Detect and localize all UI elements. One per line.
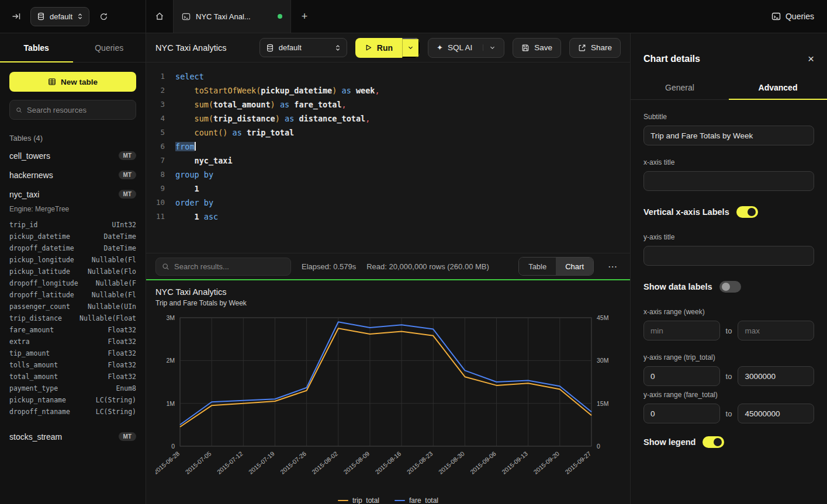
run-button[interactable]: Run <box>355 38 402 58</box>
sidebar-search <box>9 100 136 120</box>
column-row[interactable]: trip_distanceNullable(Float <box>9 312 136 324</box>
column-row[interactable]: pickup_longitudeNullable(Fl <box>9 254 136 266</box>
y-axis-fare-min-input[interactable] <box>643 404 720 423</box>
panel-tab-advanced[interactable]: Advanced <box>729 76 827 99</box>
legend-item-fare_total[interactable]: fare_total <box>395 496 438 504</box>
subtitle-input[interactable] <box>643 126 814 145</box>
editor-line[interactable]: 5 count() as trip_total <box>146 126 630 140</box>
x-axis-max-input[interactable] <box>738 321 814 340</box>
queries-button[interactable]: Queries <box>771 12 814 21</box>
svg-text:2015-06-28: 2015-06-28 <box>155 450 181 475</box>
column-row[interactable]: pickup_datetimeDateTime <box>9 231 136 242</box>
editor-line[interactable]: 1select <box>146 69 630 84</box>
table-name: nyc_taxi <box>9 190 39 199</box>
home-icon[interactable] <box>146 0 173 33</box>
sql-ai-button[interactable]: ✦ SQL AI <box>428 38 504 58</box>
table-name: hackernews <box>9 171 53 180</box>
column-name: passenger_count <box>9 301 70 312</box>
legend-item-trip_total[interactable]: trip_total <box>338 496 379 504</box>
sidebar-tab-tables[interactable]: Tables <box>0 33 73 62</box>
x-axis-min-input[interactable] <box>643 321 720 340</box>
share-button[interactable]: Share <box>569 38 621 58</box>
y-axis-range-trip-label: y-axis range (trip_total) <box>643 353 814 362</box>
editor-line[interactable]: 2 toStartOfWeek(pickup_datetime) as week… <box>146 84 630 98</box>
query-database-value: default <box>279 43 302 52</box>
panel-tab-general[interactable]: General <box>631 76 729 99</box>
run-button-group: Run <box>355 38 420 58</box>
code-text: nyc_taxi <box>175 154 233 168</box>
new-tab-icon[interactable]: + <box>291 0 318 33</box>
sidebar-search-input[interactable] <box>27 106 130 114</box>
vertical-x-axis-labels-toggle[interactable] <box>736 206 758 218</box>
column-type: Nullable(Flo <box>88 266 136 277</box>
view-toggle-table[interactable]: Table <box>519 258 556 275</box>
x-axis-range-row: to <box>643 321 814 340</box>
collapse-sidebar-icon[interactable] <box>8 8 25 25</box>
table-item-hackernews[interactable]: hackernews MT <box>0 165 146 185</box>
column-row[interactable]: passenger_countNullable(UIn <box>9 301 136 312</box>
table-item-cell-towers[interactable]: cell_towers MT <box>0 146 146 165</box>
column-row[interactable]: dropoff_ntanameLC(String) <box>9 406 136 418</box>
close-icon[interactable]: × <box>808 53 814 64</box>
x-axis-range-label: x-axis range (week) <box>643 308 814 316</box>
column-type: Nullable(Float <box>79 312 136 324</box>
sql-ai-options-chevron[interactable] <box>483 44 496 51</box>
column-row[interactable]: dropoff_longitudeNullable(F <box>9 277 136 289</box>
new-table-button[interactable]: New table <box>9 72 136 92</box>
column-row[interactable]: total_amountFloat32 <box>9 371 136 383</box>
column-row[interactable]: pickup_latitudeNullable(Flo <box>9 266 136 277</box>
editor-line[interactable]: 9 1 <box>146 182 630 196</box>
editor-line[interactable]: 11 1 asc <box>146 210 630 224</box>
show-legend-toggle[interactable] <box>703 436 724 448</box>
column-name: trip_distance <box>9 312 62 324</box>
sidebar-tab-queries[interactable]: Queries <box>73 33 146 62</box>
ellipsis-icon[interactable]: ⋯ <box>604 259 621 274</box>
editor-line[interactable]: 6from <box>146 140 630 154</box>
editor-line[interactable]: 8group by <box>146 168 630 182</box>
sql-editor[interactable]: 1select2 toStartOfWeek(pickup_datetime) … <box>146 62 630 253</box>
engine-badge: MT <box>119 171 136 179</box>
column-row[interactable]: pickup_ntanameLC(String) <box>9 394 136 406</box>
panel-title: Chart details <box>643 54 700 64</box>
results-search-input[interactable] <box>174 262 285 271</box>
column-row[interactable]: tip_amountFloat32 <box>9 347 136 359</box>
new-table-label: New table <box>61 78 98 86</box>
show-data-labels-toggle[interactable] <box>719 281 741 293</box>
column-row[interactable]: dropoff_datetimeDateTime <box>9 242 136 254</box>
editor-line[interactable]: 3 sum(total_amount) as fare_total, <box>146 98 630 112</box>
y-axis-trip-max-input[interactable] <box>738 366 814 386</box>
line-number: 10 <box>150 196 165 210</box>
column-row[interactable]: trip_idUInt32 <box>9 219 136 231</box>
results-chart: 001M15M2M30M3M45M2015-06-282015-07-05201… <box>155 311 621 493</box>
save-button[interactable]: Save <box>513 38 561 58</box>
database-selector[interactable]: default <box>30 7 89 26</box>
column-row[interactable]: payment_typeEnum8 <box>9 383 136 394</box>
svg-text:0: 0 <box>171 443 175 450</box>
x-axis-title-input[interactable] <box>643 171 814 191</box>
editor-line[interactable]: 10order by <box>146 196 630 210</box>
column-row[interactable]: extraFloat32 <box>9 336 136 347</box>
y-axis-trip-min-input[interactable] <box>643 366 720 386</box>
editor-line[interactable]: 7 nyc_taxi <box>146 154 630 168</box>
query-database-selector[interactable]: default <box>259 38 347 57</box>
column-row[interactable]: dropoff_latitudeNullable(Fl <box>9 289 136 301</box>
refresh-icon[interactable] <box>95 8 112 25</box>
column-type: Nullable(Fl <box>92 289 136 301</box>
editor-line[interactable]: 4 sum(trip_distance) as distance_total, <box>146 112 630 126</box>
tab-nyc-taxi-analytics[interactable]: NYC Taxi Anal... <box>173 0 291 33</box>
chevron-down-icon <box>407 44 414 51</box>
run-options-chevron[interactable] <box>402 38 420 58</box>
table-item-nyc-taxi[interactable]: nyc_taxi MT <box>0 185 146 204</box>
column-type: Float32 <box>108 324 136 336</box>
y-axis-fare-max-input[interactable] <box>738 404 814 423</box>
line-number: 7 <box>150 154 165 168</box>
y-axis-title-input[interactable] <box>643 246 814 266</box>
column-row[interactable]: tolls_amountFloat32 <box>9 359 136 371</box>
sidebar: Tables Queries New table Tables (4) cell… <box>0 33 146 504</box>
view-toggle-chart[interactable]: Chart <box>556 258 593 275</box>
column-row[interactable]: fare_amountFloat32 <box>9 324 136 336</box>
column-type: Float32 <box>108 347 136 359</box>
table-item-stocks-stream[interactable]: stocks_stream MT <box>0 427 146 446</box>
show-data-labels-label: Show data labels <box>643 282 712 291</box>
sparkle-icon: ✦ <box>437 43 443 52</box>
